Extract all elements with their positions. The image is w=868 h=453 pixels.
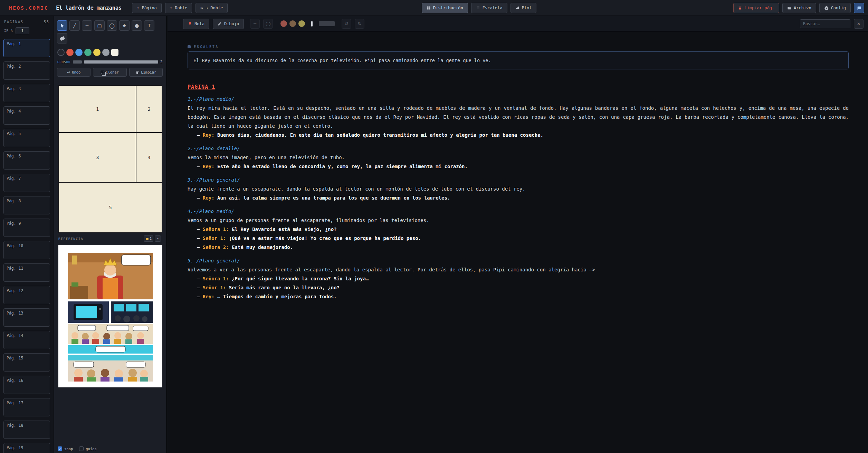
- scene-description[interactable]: Volvemos a ver a las personas frente al …: [188, 265, 849, 274]
- scene-heading[interactable]: 3.-/Plano general/: [188, 175, 849, 184]
- color-swatch-red[interactable]: [66, 49, 74, 56]
- nota-button[interactable]: Nota: [183, 19, 209, 29]
- close-escaleta-button[interactable]: ×: [854, 19, 864, 29]
- page-canvas[interactable]: 1 2 3 4 5: [58, 85, 162, 233]
- snap-checkbox[interactable]: ✓ snap: [58, 446, 73, 451]
- goto-page-input[interactable]: [16, 27, 29, 34]
- nota-color-swatch[interactable]: [280, 20, 287, 27]
- scene-heading[interactable]: 5.-/Plano general/: [188, 256, 849, 265]
- page-item[interactable]: Pág. 8: [3, 196, 50, 214]
- line-tool[interactable]: ╱: [69, 20, 80, 31]
- scene-description[interactable]: Vemos la misma imagen, pero en una telev…: [188, 153, 849, 162]
- scene-heading[interactable]: 4.-/Plano medio/: [188, 207, 849, 216]
- dibujo-button[interactable]: Dibujo: [213, 19, 244, 29]
- search-input[interactable]: [800, 19, 850, 28]
- page-item[interactable]: Pág. 18: [3, 421, 50, 439]
- dialog-line[interactable]: — Rey: Este año ha estado lleno de conco…: [188, 162, 849, 171]
- color-swatch-white[interactable]: [111, 49, 118, 56]
- scene-heading[interactable]: 1.-/Plano medio/: [188, 95, 849, 104]
- page-item[interactable]: Pág. 10: [3, 241, 50, 259]
- panel-cell-4[interactable]: 4: [136, 133, 162, 182]
- color-swatch-gray[interactable]: [102, 49, 109, 56]
- dialog-line[interactable]: — Rey: Aun así, la calma siempre es una …: [188, 193, 849, 202]
- dialog-line[interactable]: — Señora 1: ¿Por qué sigue llevando la c…: [188, 274, 849, 283]
- clear-page-button[interactable]: Limpiar pág.: [733, 3, 779, 13]
- page-item[interactable]: Pág. 14: [3, 331, 50, 349]
- cursor-tool[interactable]: [57, 20, 67, 31]
- page-item[interactable]: Pág. 2: [3, 61, 50, 80]
- star-tool[interactable]: ★: [119, 20, 130, 31]
- page-item[interactable]: Pág. 12: [3, 286, 50, 304]
- tab-plot[interactable]: Plot: [511, 3, 537, 13]
- page-item[interactable]: Pág. 15: [3, 353, 50, 372]
- color-swatch-green[interactable]: [84, 49, 92, 56]
- page-item[interactable]: Pág. 1: [3, 39, 50, 57]
- assistant-button[interactable]: [854, 3, 864, 13]
- color-swatch-blue[interactable]: [75, 49, 83, 56]
- scene-heading[interactable]: 2.-/Plano detalle/: [188, 144, 849, 153]
- dialog-line[interactable]: — Señor 1: ¡Qué va a estar más viejos! Y…: [188, 234, 849, 243]
- clonar-button[interactable]: Clonar: [93, 68, 126, 77]
- nota-color-swatch[interactable]: [298, 20, 305, 27]
- tab-distribucion[interactable]: Distribución: [422, 3, 468, 13]
- panel-cell-3[interactable]: 3: [59, 133, 136, 182]
- limpiar-button[interactable]: Limpiar: [129, 68, 163, 77]
- page-item[interactable]: Pág. 11: [3, 263, 50, 282]
- shape-style-button[interactable]: ◯: [263, 19, 273, 29]
- pages-header: PÁGINAS 55: [0, 16, 54, 26]
- rect-tool[interactable]: ▢: [94, 20, 105, 31]
- dialog-line[interactable]: — Señor 1: Sería más raro que no la llev…: [188, 283, 849, 292]
- reference-close-button[interactable]: ×: [155, 235, 161, 242]
- undo-button[interactable]: ↩Undo: [57, 68, 90, 77]
- page-item[interactable]: Pág. 16: [3, 376, 50, 394]
- stroke-preview[interactable]: [319, 21, 335, 26]
- page-item[interactable]: Pág. 3: [3, 84, 50, 102]
- circle-tool[interactable]: ◯: [107, 20, 117, 31]
- add-page-button[interactable]: + Página: [132, 3, 162, 13]
- add-double-page-button[interactable]: + Doble: [165, 3, 192, 13]
- dialog-text: Este año ha estado lleno de concordia y,…: [217, 164, 468, 169]
- page-item[interactable]: Pág. 17: [3, 398, 50, 416]
- scene-description[interactable]: Hay gente frente a un escaparate, dando …: [188, 184, 849, 193]
- page-item[interactable]: Pág. 13: [3, 308, 50, 327]
- panel-cell-5[interactable]: 5: [59, 183, 162, 232]
- page-item[interactable]: Pág. 7: [3, 174, 50, 192]
- page-item[interactable]: Pág. 9: [3, 219, 50, 237]
- folder-icon: [787, 6, 791, 10]
- reference-thumbnail[interactable]: [58, 245, 162, 387]
- page-item[interactable]: Pág. 19: [3, 443, 50, 453]
- grosor-slider-fill[interactable]: [73, 60, 82, 64]
- escaleta-summary-box[interactable]: El Rey Bavarois da su discurso de la cos…: [188, 51, 849, 69]
- dialog-line[interactable]: — Señora 2: Está muy desmejorado.: [188, 243, 849, 252]
- archivo-button[interactable]: Archivo: [782, 3, 816, 13]
- guias-checkbox[interactable]: guías: [79, 446, 97, 451]
- scene-description[interactable]: El rey mira hacia el lector. Está en su …: [188, 104, 849, 131]
- script-page-title[interactable]: PÁGINA 1: [188, 84, 849, 90]
- dialog-line[interactable]: — Señora 1: El Rey Bavarois está más vie…: [188, 225, 849, 234]
- scene-number: 2.-: [188, 146, 196, 151]
- panel-cell-1[interactable]: 1: [59, 86, 136, 132]
- color-swatch-none[interactable]: [57, 49, 65, 56]
- page-item[interactable]: Pág. 5: [3, 129, 50, 147]
- reference-folder-button[interactable]: 1: [144, 235, 153, 242]
- undo-button[interactable]: ↺: [342, 19, 351, 29]
- color-swatch-yellow[interactable]: [93, 49, 101, 56]
- dialog-line[interactable]: — Rey: Buenos días, ciudadanos. En este …: [188, 131, 849, 139]
- eraser-tool[interactable]: [57, 33, 67, 44]
- dot-tool[interactable]: ●: [132, 20, 142, 31]
- scene-description[interactable]: Vemos a un grupo de personas frente al e…: [188, 216, 849, 225]
- dialog-line[interactable]: — Rey: … tiempos de cambio y mejoras par…: [188, 292, 849, 301]
- line-style-button[interactable]: ─: [250, 19, 260, 29]
- panel-cell-2[interactable]: 2: [136, 86, 162, 132]
- page-item[interactable]: Pág. 4: [3, 106, 50, 125]
- nota-color-swatch[interactable]: [289, 20, 296, 27]
- redo-button[interactable]: ↻: [355, 19, 364, 29]
- config-button[interactable]: Config: [819, 3, 851, 13]
- tab-escaleta[interactable]: Escaleta: [471, 3, 507, 13]
- page-item[interactable]: Pág. 6: [3, 151, 50, 170]
- grosor-slider[interactable]: [84, 60, 158, 64]
- convert-to-double-button[interactable]: ⇆ → Doble: [195, 3, 228, 13]
- text-tool[interactable]: T: [144, 20, 154, 31]
- dash-tool[interactable]: ─: [82, 20, 92, 31]
- escaleta-summary-text: El Rey Bavarois da su discurso de la cos…: [193, 58, 491, 63]
